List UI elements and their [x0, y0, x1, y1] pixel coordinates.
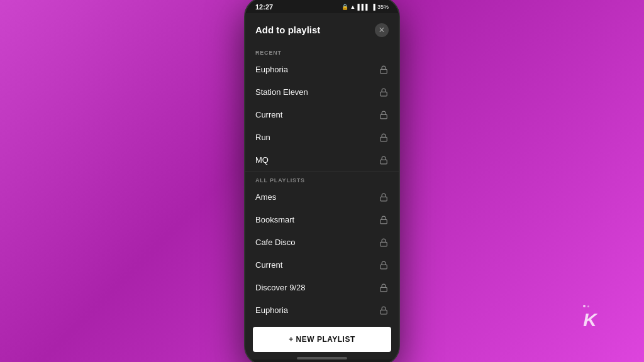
- svg-rect-4: [380, 160, 387, 163]
- svg-rect-6: [380, 219, 387, 223]
- add-to-playlist-modal: Add to playlist × RECENT Euphoria Statio…: [245, 13, 399, 359]
- all-playlists-section-label: ALL PLAYLISTS: [245, 172, 399, 186]
- lock-icon: [379, 215, 389, 225]
- playlist-name: Booksmart: [255, 215, 294, 224]
- list-item[interactable]: Euphoria: [245, 299, 399, 322]
- list-item[interactable]: Euphoria: [245, 58, 399, 81]
- signal-icon: ▌▌▌: [357, 4, 369, 10]
- close-button[interactable]: ×: [375, 23, 389, 37]
- list-item[interactable]: Current: [245, 104, 399, 126]
- svg-rect-8: [380, 265, 387, 268]
- battery-icon: ▐: [372, 4, 375, 10]
- list-item[interactable]: Ames: [245, 186, 399, 209]
- svg-rect-3: [380, 137, 387, 141]
- lock-icon: [379, 87, 389, 97]
- home-indicator: [297, 357, 347, 359]
- playlist-name: Current: [255, 110, 282, 119]
- lock-icon: [379, 155, 389, 165]
- lock-icon: [379, 110, 389, 120]
- svg-rect-2: [380, 114, 387, 118]
- status-icons: 🔒 ▲ ▌▌▌ ▐ 35%: [341, 4, 389, 10]
- lock-icon: [379, 65, 389, 75]
- svg-rect-9: [380, 287, 387, 291]
- wifi-icon: ▲: [350, 4, 356, 10]
- modal-header: Add to playlist ×: [245, 13, 399, 45]
- lock-icon: [379, 260, 389, 270]
- playlist-name: Run: [255, 133, 270, 142]
- status-time: 12:27: [255, 3, 273, 11]
- recent-section-label: RECENT: [245, 45, 399, 58]
- list-item[interactable]: MQ: [245, 149, 399, 172]
- watermark: K: [583, 305, 597, 331]
- lock-status-icon: 🔒: [341, 4, 348, 10]
- svg-rect-10: [380, 310, 387, 314]
- playlist-name: Station Eleven: [255, 87, 308, 97]
- playlist-name: Discover 9/28: [255, 283, 305, 292]
- lock-icon: [379, 238, 389, 248]
- playlist-name: Ames: [255, 192, 276, 202]
- list-item[interactable]: Cafe Disco: [245, 231, 399, 254]
- phone-frame: 12:27 🔒 ▲ ▌▌▌ ▐ 35% Add to playlist × RE…: [244, 0, 400, 362]
- lock-icon: [379, 133, 389, 143]
- svg-rect-1: [380, 92, 387, 96]
- list-item[interactable]: Booksmart: [245, 209, 399, 231]
- playlist-name: Current: [255, 260, 282, 270]
- playlist-name: MQ: [255, 155, 269, 165]
- playlist-name: Euphoria: [255, 65, 288, 74]
- new-playlist-button[interactable]: + NEW PLAYLIST: [253, 327, 391, 352]
- playlist-name: Euphoria: [255, 305, 288, 315]
- list-item[interactable]: Current: [245, 254, 399, 277]
- lock-icon: [379, 192, 389, 202]
- list-item[interactable]: Run: [245, 126, 399, 149]
- svg-rect-7: [380, 242, 387, 246]
- modal-title: Add to playlist: [255, 25, 320, 35]
- svg-rect-5: [380, 197, 387, 200]
- lock-icon: [379, 305, 389, 315]
- svg-rect-0: [380, 69, 387, 73]
- lock-icon: [379, 283, 389, 293]
- list-item[interactable]: Discover 9/28: [245, 277, 399, 299]
- list-item[interactable]: Station Eleven: [245, 81, 399, 104]
- playlist-name: Cafe Disco: [255, 238, 296, 247]
- status-bar: 12:27 🔒 ▲ ▌▌▌ ▐ 35%: [245, 0, 399, 13]
- battery-percent: 35%: [377, 4, 389, 10]
